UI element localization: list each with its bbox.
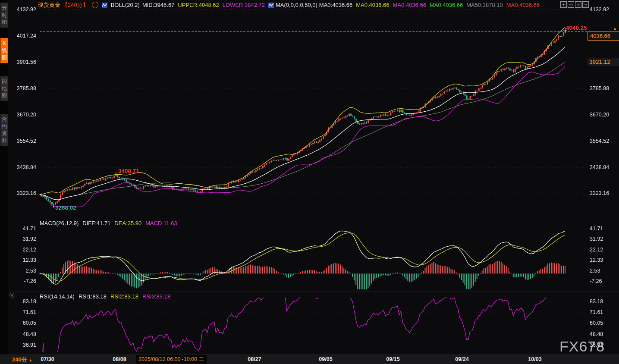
- period-tag: 【240分】: [62, 1, 88, 9]
- macd-axis-tick-right: 22.12: [590, 247, 603, 253]
- alert-dot-icon[interactable]: [9, 293, 14, 298]
- collapse-circle-icon[interactable]: −: [92, 2, 98, 8]
- rsi-axis-tick-right: 83.18: [590, 298, 603, 304]
- price-axis-tick-right: 3670.20: [590, 112, 609, 118]
- rsi2-value: RSI2:83.18: [110, 293, 138, 300]
- macd-axis-tick-right: 2.53: [590, 268, 600, 274]
- time-axis-date: 10/03: [528, 356, 541, 362]
- macd-diff-value: DIFF:41.71: [82, 220, 110, 226]
- time-axis-date: 09/24: [455, 356, 468, 362]
- sidebar-tab-lightning[interactable]: 闪电图: [0, 76, 8, 101]
- macd-axis-tick-right: 31.92: [590, 236, 603, 242]
- ma0-white-value: MA0:4036.66: [319, 2, 352, 8]
- page-latest-icon[interactable]: ⇥: [582, 1, 589, 8]
- ma-group-label: MA(0,0,0,0,50,0): [276, 2, 317, 8]
- macd-header: MACD(26,12,9) DIFF:41.71 DEA:35.90 MACD:…: [40, 220, 177, 226]
- time-axis-date: 09/15: [386, 356, 399, 362]
- rsi-axis-tick-right: 48.48: [590, 331, 603, 337]
- price-axis-tick-right: 3323.16: [590, 190, 609, 196]
- ma0-magenta-value: MA0:4036.66: [393, 2, 426, 8]
- time-axis-bar: [0, 355, 619, 364]
- price-axis-tick-right: 3438.84: [590, 164, 609, 170]
- symbol-name: 现货黄金: [38, 1, 60, 9]
- price-axis-tick-right: 4132.92: [590, 6, 609, 13]
- time-axis-date: 09/05: [319, 356, 332, 362]
- ma0-red-value: MA0:4036.66: [506, 2, 540, 8]
- boll-label: BOLL(20,2): [111, 2, 140, 8]
- session-high-annotation: 4040.25: [566, 25, 587, 31]
- left-sidebar: 分时图 K线图 闪电图 合约资料: [0, 0, 9, 364]
- secondary-price-badge: 3921.12: [588, 58, 619, 66]
- fx678-watermark: FX678: [559, 338, 605, 355]
- sidebar-tab-timeshare[interactable]: 分时图: [0, 3, 8, 28]
- current-price-badge: 4036.66: [588, 31, 619, 41]
- indicator-header: 现货黄金 【240分】 − BOLL(20,2) MID:3945.67 UPP…: [38, 1, 540, 9]
- swing-low-annotation: 3268.02: [55, 204, 76, 211]
- macd-bar-value: MACD:11.63: [145, 220, 177, 226]
- rsi1-value: RSI1:83.18: [79, 293, 107, 300]
- macd-axis-tick-right: -7.26: [590, 278, 602, 284]
- chart-toolbar: + ↤ ↦ ⇥: [560, 1, 589, 8]
- rsi-header: RSI(14,14,14) RSI1:83.18 RSI2:83.18 RSI3…: [40, 293, 170, 300]
- axis-scale-icon[interactable]: ↤: [568, 1, 574, 8]
- boll-upper-value: UPPER:4048.62: [178, 2, 219, 8]
- rsi3-value: RSI3:83.18: [142, 293, 170, 300]
- time-axis-date: 08/08: [113, 356, 126, 362]
- swing-high-annotation: 3408.71: [118, 168, 139, 174]
- trading-terminal: 分时图 K线图 闪电图 合约资料 现货黄金 【240分】 − BOLL(20,2…: [0, 0, 619, 364]
- time-axis-date: 07/30: [41, 356, 54, 362]
- price-axis-tick-right: 3785.88: [590, 85, 609, 91]
- price-up-arrow-icon: ▲: [613, 26, 617, 31]
- rsi-title: RSI(14,14,14): [40, 293, 75, 300]
- macd-title: MACD(26,12,9): [40, 220, 79, 226]
- sidebar-tab-kline[interactable]: K线图: [0, 38, 8, 63]
- ma-indicator-icon[interactable]: [268, 3, 274, 8]
- axis-move-icon[interactable]: ↦: [575, 1, 581, 8]
- boll-mid-value: MID:3945.67: [142, 2, 174, 8]
- ma0-yellow-value: MA0:4036.66: [356, 2, 389, 8]
- macd-axis-tick-right: 12.33: [590, 257, 603, 263]
- price-axis-tick-right: 3554.52: [590, 138, 609, 144]
- time-axis-date: 08/27: [248, 356, 261, 362]
- macd-dea-value: DEA:35.90: [114, 220, 141, 226]
- pan-tool-icon[interactable]: +: [560, 1, 567, 8]
- ma50-value: MA50:3878.10: [466, 2, 503, 8]
- rsi-axis-tick-right: 60.05: [590, 320, 603, 326]
- boll-indicator-icon[interactable]: [102, 3, 107, 8]
- boll-lower-value: LOWER:3842.72: [223, 2, 265, 8]
- macd-axis-tick-right: 41.71: [590, 226, 603, 232]
- period-selector[interactable]: 240分 ▲: [12, 356, 32, 364]
- kline-chart-canvas[interactable]: [0, 0, 619, 364]
- sidebar-tab-contract-info[interactable]: 合约资料: [0, 114, 8, 146]
- ma0-green-value: MA0:4036.66: [430, 2, 463, 8]
- rsi-axis-tick-right: 71.61: [590, 309, 603, 315]
- candle-date-tooltip: 2025/08/12 06:00~10:00 二: [136, 355, 207, 364]
